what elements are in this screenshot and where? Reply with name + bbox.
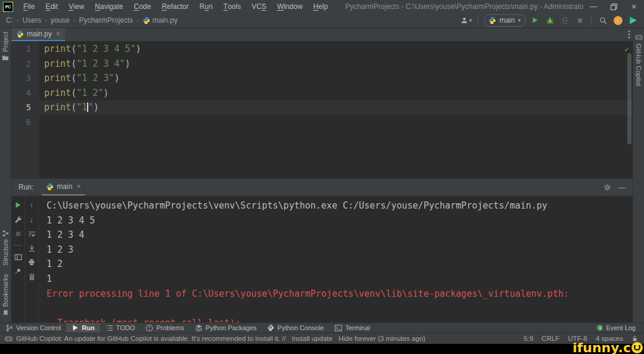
copilot-stripe-label: GitHub Copilot: [635, 44, 642, 86]
code-token: print: [44, 44, 71, 54]
run-settings-button[interactable]: [13, 215, 23, 224]
console-output-line: 1 2: [47, 257, 633, 272]
copilot-icon: [5, 335, 13, 343]
menu-tools[interactable]: Tools: [218, 0, 246, 13]
inspections-ok-icon[interactable]: ✓: [624, 45, 629, 54]
line-number: 6: [11, 115, 39, 130]
toolwindow-todo[interactable]: TODO: [100, 323, 141, 333]
menu-edit[interactable]: Edit: [40, 0, 63, 13]
editor-line-1[interactable]: print("1 2 3 4 5"): [39, 42, 633, 57]
breadcrumb-pycharmprojects[interactable]: PycharmProjects: [79, 16, 133, 24]
breadcrumb-youse[interactable]: youse: [51, 16, 70, 24]
code-token: "1 2 3 4": [76, 58, 125, 69]
toolwindow-version-control[interactable]: Version Control: [0, 323, 66, 333]
settings-gear-button[interactable]: [603, 184, 611, 191]
code-token: (: [71, 88, 76, 98]
menu-vcs[interactable]: VCS: [246, 0, 272, 13]
breadcrumb-c-[interactable]: C:: [6, 16, 13, 24]
editor-line-4[interactable]: print("1 2"): [39, 86, 633, 101]
menu-run[interactable]: Run: [194, 0, 218, 13]
toolwindow-terminal[interactable]: Terminal: [329, 323, 376, 333]
run-config-combo[interactable]: main▾: [484, 14, 525, 27]
stop-button[interactable]: [574, 15, 585, 26]
editor-line-5[interactable]: print("1"): [39, 100, 633, 115]
install-update-link[interactable]: Install update: [292, 335, 332, 342]
editor-line-2[interactable]: print("1 2 3 4"): [39, 57, 633, 72]
packages-icon: [195, 324, 203, 332]
toolwindow-python-console[interactable]: Python Console: [262, 323, 329, 333]
editor-code-area[interactable]: print("1 2 3 4 5")print("1 2 3 4")print(…: [39, 41, 633, 178]
run-header-icons: —: [603, 182, 633, 192]
close-icon[interactable]: ×: [56, 30, 60, 38]
debug-button[interactable]: [544, 15, 555, 26]
code-editor[interactable]: 123456 print("1 2 3 4 5")print("1 2 3 4"…: [11, 41, 633, 178]
code-token: "1 2": [76, 88, 103, 98]
toolwindow-run[interactable]: Run: [66, 323, 100, 333]
code-token: print: [44, 73, 71, 83]
stop-console-button[interactable]: [13, 229, 23, 238]
up-stacktrace-button[interactable]: ↑: [27, 200, 36, 210]
minimize-button[interactable]: —: [583, 0, 603, 13]
gradient-play-icon[interactable]: [627, 15, 638, 26]
terminal-icon: [335, 324, 342, 332]
menu-help[interactable]: Help: [308, 0, 333, 13]
update-available-button[interactable]: ↑: [612, 15, 623, 26]
pycharm-window: PC FileEditViewNavigateCodeRefactorRunTo…: [0, 0, 644, 354]
restore-layout-button[interactable]: [13, 252, 23, 262]
rerun-button[interactable]: [13, 200, 23, 210]
search-everywhere-button[interactable]: [597, 15, 608, 26]
run-button[interactable]: [530, 15, 540, 26]
copilot-update-message: GitHub Copilot: An update for GitHub Cop…: [16, 335, 286, 342]
editor-scrollbar[interactable]: [627, 53, 631, 144]
editor-options-icon[interactable]: [628, 30, 630, 39]
menu-window[interactable]: Window: [272, 0, 308, 13]
soft-wrap-button[interactable]: [27, 229, 36, 238]
breadcrumb-main-py[interactable]: main.py: [143, 16, 178, 24]
sidebar-item-structure[interactable]: Structure: [2, 228, 9, 266]
status-bar: GitHub Copilot: An update for GitHub Cop…: [0, 333, 644, 344]
hide-panel-button[interactable]: —: [618, 182, 626, 192]
coverage-button[interactable]: [559, 15, 570, 26]
copilot-icon: [635, 33, 643, 41]
menu-refactor[interactable]: Refactor: [156, 0, 194, 13]
sidebar-item-project[interactable]: Project: [2, 32, 9, 64]
caret-position[interactable]: 5:9: [524, 335, 533, 342]
menu-view[interactable]: View: [63, 0, 89, 13]
line-ending-selector[interactable]: CRLF: [541, 335, 559, 342]
console-error-line: Error processing line 1 of C:\Users\yous…: [47, 287, 633, 302]
editor-line-6[interactable]: [39, 115, 633, 130]
restore-button[interactable]: [603, 0, 624, 13]
python-icon: [488, 17, 496, 24]
close-icon[interactable]: ×: [76, 182, 80, 191]
close-button[interactable]: ×: [624, 0, 644, 13]
sidebar-item-github-copilot[interactable]: GitHub Copilot: [635, 31, 643, 86]
toolbar-divider: [478, 15, 478, 25]
line-number: 2: [11, 57, 39, 72]
tab-main-py[interactable]: main.py ×: [11, 28, 65, 41]
toolwindow-problems[interactable]: Problems: [140, 323, 189, 333]
profile-button[interactable]: ▾: [461, 15, 472, 26]
toolwindow-python-packages[interactable]: Python Packages: [190, 323, 262, 333]
hide-forever-link[interactable]: Hide forever (3 minutes ago): [339, 335, 426, 342]
menu-file[interactable]: File: [18, 0, 40, 13]
run-console-output[interactable]: C:\Users\youse\PycharmProjects\venv\Scri…: [39, 196, 633, 322]
editor-tab-label: main.py: [27, 30, 52, 38]
title-bar: PC FileEditViewNavigateCodeRefactorRunTo…: [0, 0, 644, 13]
branch-icon: [5, 324, 13, 332]
breadcrumb-users[interactable]: Users: [23, 16, 41, 24]
toolbar-divider: [14, 245, 22, 246]
scroll-to-end-button[interactable]: [27, 243, 36, 253]
down-stacktrace-button[interactable]: ↓: [27, 215, 36, 224]
editor-line-3[interactable]: print("1 2 3"): [39, 71, 633, 86]
menu-navigate[interactable]: Navigate: [89, 0, 128, 13]
toolwindow-event-log[interactable]: 1Event Log: [597, 324, 644, 331]
chevron-right-icon: ›: [17, 17, 19, 24]
menu-code[interactable]: Code: [128, 0, 156, 13]
run-tab-main[interactable]: main ×: [42, 179, 85, 195]
console-output-line: 1 2 3 4: [47, 228, 633, 243]
pin-tab-button[interactable]: [13, 266, 23, 276]
sidebar-item-bookmarks[interactable]: Bookmarks: [2, 274, 9, 319]
clear-all-button[interactable]: [27, 272, 36, 281]
print-button[interactable]: [27, 257, 36, 267]
run-panel-header: Run: main × —: [11, 178, 633, 196]
